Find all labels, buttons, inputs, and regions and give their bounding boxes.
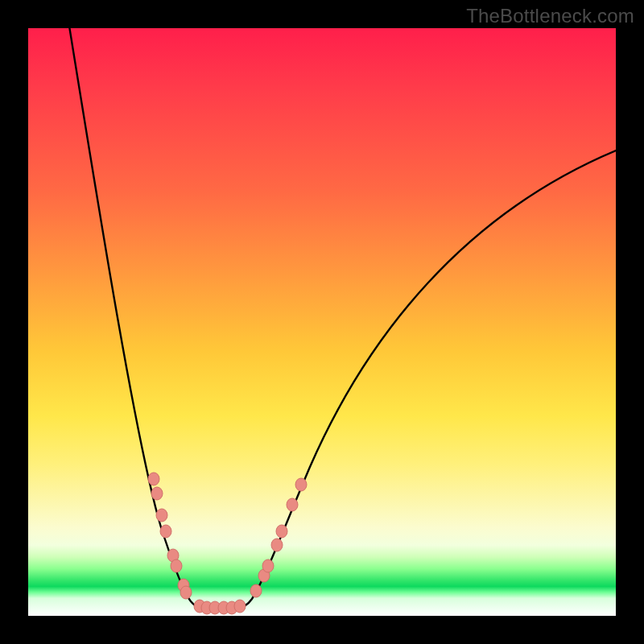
marker-point: [171, 559, 182, 572]
marker-point: [287, 498, 298, 511]
chart-svg: [28, 28, 616, 616]
marker-point: [160, 525, 171, 538]
marker-point: [156, 509, 167, 522]
marker-point: [276, 525, 287, 538]
marker-point: [295, 478, 307, 491]
marker-point: [271, 539, 283, 551]
marker-point: [234, 600, 246, 613]
chart-frame: TheBottleneck.com: [0, 0, 644, 644]
marker-point: [250, 584, 262, 597]
left-curve: [64, 0, 220, 608]
marker-point: [180, 586, 192, 599]
marker-point: [262, 559, 274, 572]
marker-point: [148, 473, 159, 485]
marker-group: [148, 473, 307, 614]
marker-point: [151, 487, 163, 500]
watermark-text: TheBottleneck.com: [466, 5, 634, 27]
chart-plot-area: [28, 28, 616, 616]
